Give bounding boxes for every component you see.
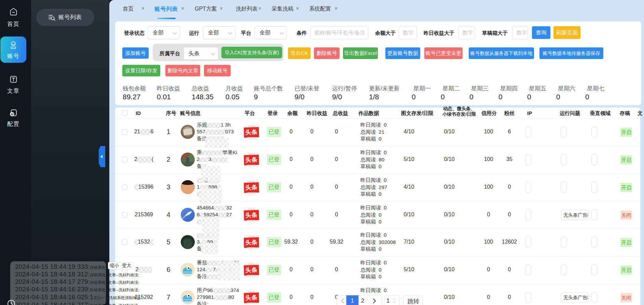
svg-text:N: N bbox=[11, 113, 13, 116]
